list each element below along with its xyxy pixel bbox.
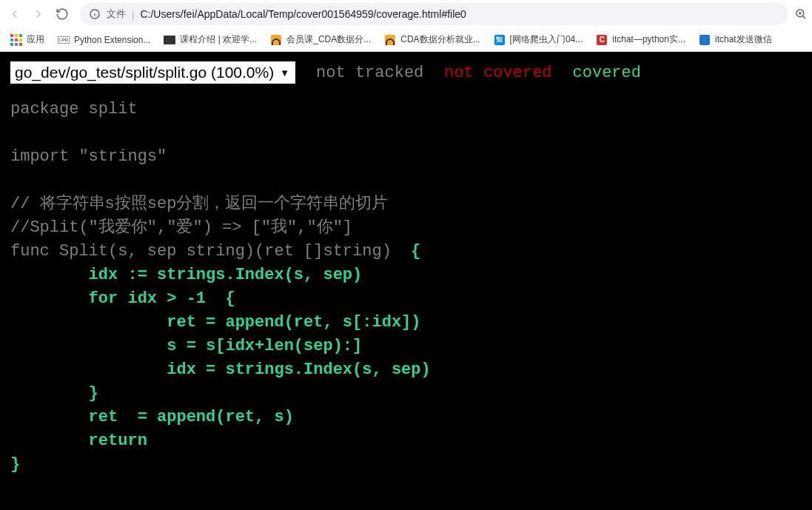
url-text: C:/Users/fei/AppData/Local/Temp/cover001… bbox=[140, 8, 779, 20]
code-block: package split import "strings" // 将字符串s按… bbox=[0, 93, 812, 491]
code-line-covered: { bbox=[411, 242, 420, 261]
code-line-covered: return bbox=[10, 432, 147, 450]
reload-button[interactable] bbox=[52, 4, 73, 24]
info-icon bbox=[89, 8, 101, 20]
code-line-covered: s = s[idx+len(sep):] bbox=[10, 337, 362, 355]
bookmark-label: Python Extension... bbox=[74, 35, 150, 45]
code-line: // 将字符串s按照sep分割，返回一个字符串的切片 bbox=[10, 195, 388, 213]
code-line-covered: } bbox=[10, 455, 20, 474]
bookmark-label: 会员课_CDA数据分... bbox=[286, 33, 371, 46]
red-c-icon: C bbox=[596, 34, 608, 46]
bookmark-label: CDA数据分析就业... bbox=[400, 33, 480, 46]
legend-not-covered: not covered bbox=[444, 64, 551, 82]
bookmark-label: 课程介绍 | 欢迎学... bbox=[180, 33, 257, 46]
url-separator: | bbox=[132, 9, 134, 20]
bookmark-itchat-py[interactable]: C itchat—python实... bbox=[590, 30, 691, 49]
browser-toolbar: 文件 | C:/Users/fei/AppData/Local/Temp/cov… bbox=[0, 0, 812, 28]
coverage-topbar: go_dev/go_test/split/split.go (100.0%) ▼… bbox=[0, 52, 812, 93]
lpd-icon: LPD bbox=[58, 34, 70, 46]
back-button[interactable] bbox=[4, 4, 25, 24]
bookmark-cda-member[interactable]: 会员课_CDA数据分... bbox=[264, 30, 377, 49]
blue-icon bbox=[699, 34, 711, 46]
headphone-icon bbox=[384, 34, 396, 46]
code-line: //Split("我爱你","爱") => ["我","你"] bbox=[10, 218, 352, 237]
code-line-covered: idx := strings.Index(s, sep) bbox=[10, 266, 362, 284]
bookmark-itchat-send[interactable]: itchat发送微信 bbox=[693, 30, 778, 49]
apps-label: 应用 bbox=[27, 33, 44, 46]
bookmark-spider[interactable]: 知 [网络爬虫入门04... bbox=[488, 30, 589, 49]
forward-button[interactable] bbox=[28, 4, 49, 24]
zoom-icon[interactable] bbox=[794, 7, 808, 21]
code-line-covered: } bbox=[10, 384, 98, 403]
zhihu-icon: 知 bbox=[494, 34, 506, 46]
legend-covered: covered bbox=[573, 64, 641, 82]
url-bar[interactable]: 文件 | C:/Users/fei/AppData/Local/Temp/cov… bbox=[80, 3, 788, 25]
code-line: func Split(s, sep string)(ret []string) bbox=[10, 242, 411, 261]
svg-line-4 bbox=[803, 16, 805, 19]
code-line: import "strings" bbox=[10, 147, 167, 166]
headphone-icon bbox=[270, 34, 282, 46]
code-line-covered: ret = append(ret, s) bbox=[10, 408, 294, 426]
bookmark-bar: 应用 LPD Python Extension... 课程介绍 | 欢迎学...… bbox=[0, 28, 812, 52]
code-line: package split bbox=[10, 100, 138, 118]
bookmark-label: [网络爬虫入门04... bbox=[510, 33, 583, 46]
code-line-covered: ret = append(ret, s[:idx]) bbox=[10, 313, 421, 332]
file-select[interactable]: go_dev/go_test/split/split.go (100.0%) ▼ bbox=[10, 61, 295, 84]
coverage-page: go_dev/go_test/split/split.go (100.0%) ▼… bbox=[0, 52, 812, 510]
bookmark-python-ext[interactable]: LPD Python Extension... bbox=[52, 31, 156, 49]
bookmark-course[interactable]: 课程介绍 | 欢迎学... bbox=[158, 30, 263, 49]
bookmark-cda-job[interactable]: CDA数据分析就业... bbox=[378, 30, 486, 49]
legend-not-tracked: not tracked bbox=[316, 64, 423, 82]
bookmark-label: itchat发送微信 bbox=[715, 33, 772, 46]
url-prefix: 文件 bbox=[107, 7, 126, 21]
code-line-covered: for idx > -1 { bbox=[10, 289, 235, 308]
apps-button[interactable]: 应用 bbox=[4, 30, 50, 49]
book-icon bbox=[164, 34, 175, 46]
code-line-covered: idx = strings.Index(s, sep) bbox=[10, 360, 431, 379]
apps-icon bbox=[10, 34, 22, 46]
bookmark-label: itchat—python实... bbox=[612, 33, 685, 46]
file-select-label: go_dev/go_test/split/split.go (100.0%) bbox=[15, 64, 274, 81]
chevron-down-icon: ▼ bbox=[280, 67, 289, 78]
